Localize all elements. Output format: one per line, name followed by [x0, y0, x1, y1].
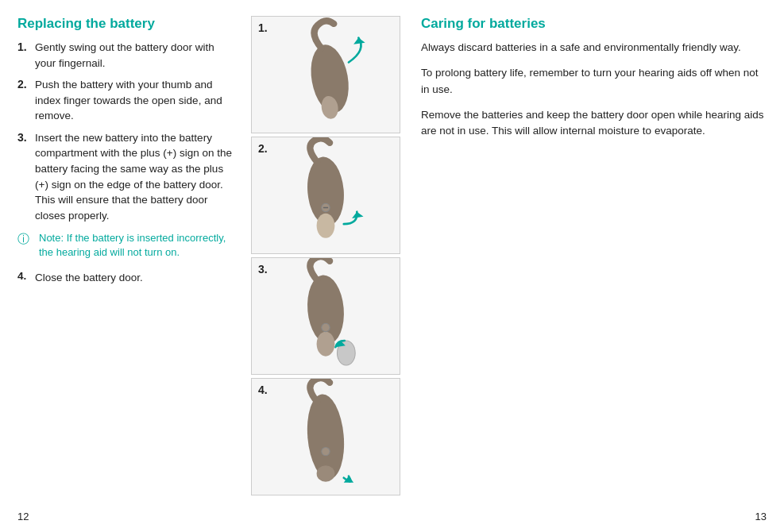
- image-label-4: 4.: [258, 384, 268, 396]
- svg-marker-2: [353, 38, 365, 44]
- middle-column: 1. 2.: [246, 16, 405, 516]
- step-2-text: Push the battery with your thumb and ind…: [35, 77, 232, 124]
- steps-list: 1. Gently swing out the battery door wit…: [17, 40, 232, 223]
- hearing-aid-image-4: [252, 379, 400, 495]
- svg-point-4: [317, 214, 335, 238]
- image-block-3: 3.: [251, 257, 400, 375]
- right-column: Caring for batteries Always discard batt…: [405, 16, 784, 516]
- image-block-2: 2.: [251, 137, 400, 254]
- page-number-right: 13: [755, 511, 767, 522]
- image-label-1: 1.: [258, 21, 268, 34]
- right-para-2: To prolong battery life, remember to tur…: [421, 65, 767, 98]
- step-3-text: Insert the new battery into the battery …: [35, 130, 232, 223]
- note-box: ⓘ Note: If the battery is inserted incor…: [17, 231, 232, 260]
- image-label-2: 2.: [258, 142, 268, 155]
- left-section-title: Replacing the battery: [17, 16, 232, 32]
- hearing-aid-image-2: [252, 137, 400, 253]
- list-item: 1. Gently swing out the battery door wit…: [17, 40, 232, 71]
- svg-point-9: [317, 332, 335, 357]
- step-1-num: 1.: [17, 40, 32, 71]
- step-4-num: 4.: [17, 270, 32, 286]
- image-label-3: 3.: [258, 263, 268, 276]
- page-container: Replacing the battery 1. Gently swing ou…: [0, 0, 784, 532]
- image-block-4: 4.: [251, 378, 400, 495]
- step-2-num: 2.: [17, 77, 32, 124]
- step-1-text: Gently swing out the battery door with y…: [35, 40, 232, 71]
- page-footer: 12 13: [0, 511, 784, 522]
- note-icon: ⓘ: [17, 232, 35, 247]
- step-4-text: Close the battery door.: [35, 270, 143, 286]
- left-column: Replacing the battery 1. Gently swing ou…: [0, 16, 246, 516]
- svg-marker-5: [352, 212, 363, 218]
- right-para-3: Remove the batteries and keep the batter…: [421, 107, 767, 140]
- hearing-aid-image-1: [252, 17, 400, 133]
- page-number-left: 12: [17, 511, 29, 522]
- image-block-1: 1.: [251, 16, 400, 133]
- note-text: Note: If the battery is inserted incorre…: [39, 231, 232, 260]
- list-item: 3. Insert the new battery into the batte…: [17, 130, 232, 223]
- list-item: 2. Push the battery with your thumb and …: [17, 77, 232, 124]
- svg-point-14: [317, 465, 335, 482]
- right-section-title: Caring for batteries: [421, 16, 767, 32]
- step-3-num: 3.: [17, 130, 32, 223]
- svg-point-12: [322, 323, 330, 331]
- step-4: 4. Close the battery door.: [17, 270, 232, 286]
- right-para-1: Always discard batteries in a safe and e…: [421, 40, 767, 56]
- svg-point-16: [322, 447, 330, 455]
- hearing-aid-image-3: [252, 258, 400, 374]
